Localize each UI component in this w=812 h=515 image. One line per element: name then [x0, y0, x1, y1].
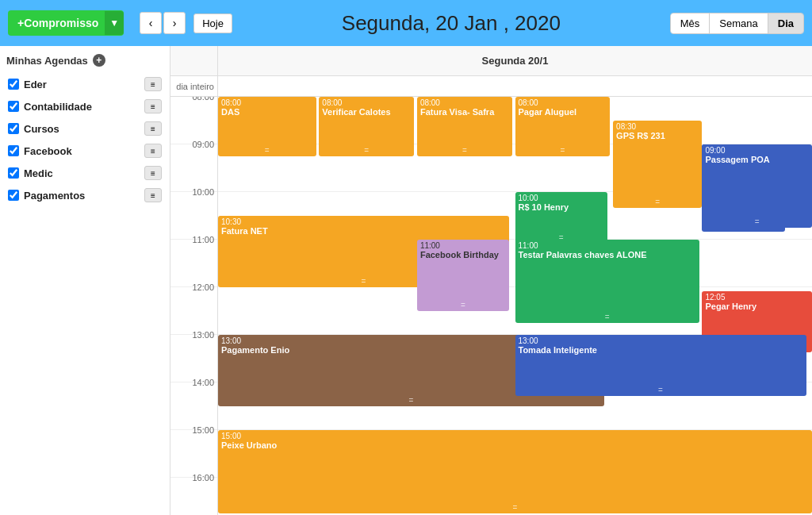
dropdown-arrow-icon[interactable]: ▼: [105, 11, 124, 35]
agenda-item-eder: Eder ≡: [6, 73, 163, 95]
calendar-scroll-inner: 08:0009:0010:0011:0012:0013:0014:0015:00…: [170, 97, 812, 515]
prev-button[interactable]: ‹: [140, 12, 162, 34]
today-button[interactable]: Hoje: [193, 13, 232, 33]
agenda-label-medic: Medic: [24, 167, 53, 179]
time-label-14-00: 14:00: [192, 378, 214, 387]
time-tick-09-00: 09:00: [170, 144, 217, 192]
agenda-checkbox-pagamentos[interactable]: [8, 190, 19, 201]
events-column: 08:00DAS=08:00Verificar Calotes=08:00Fat…: [218, 97, 812, 515]
event-expand-fb-birthday: =: [461, 301, 465, 309]
event-expand-das: =: [265, 146, 270, 155]
event-peixe[interactable]: 15:00Peixe Urbano=: [218, 430, 812, 513]
next-button[interactable]: ›: [163, 12, 186, 34]
time-tick-08-00: 08:00: [170, 97, 217, 144]
calendar-header: Segunda 20/1: [170, 46, 812, 76]
agenda-menu-icon-contabilidade[interactable]: ≡: [144, 99, 162, 113]
event-title-gps: GPS R$ 231: [616, 131, 665, 140]
event-time-fatura-visa: 08:00: [420, 98, 509, 107]
event-fb-birthday[interactable]: 11:00Facebook Birthday=: [417, 240, 509, 311]
agenda-item-left: Pagamentos: [8, 190, 85, 202]
event-time-r10henry: 10:00: [519, 194, 604, 202]
agenda-menu-icon-eder[interactable]: ≡: [144, 77, 162, 91]
agenda-list: Eder ≡ Contabilidade ≡ Cursos ≡ Facebook…: [6, 73, 163, 206]
agenda-item-pagamentos: Pagamentos ≡: [6, 184, 163, 206]
agenda-checkbox-medic[interactable]: [8, 167, 19, 179]
view-day-button[interactable]: Dia: [768, 13, 803, 33]
event-time-peixe: 15:00: [221, 432, 809, 440]
day-header-label: Segunda 20/1: [218, 46, 812, 75]
agenda-item-left: Medic: [8, 167, 53, 179]
add-button-label: +Compromisso: [17, 17, 98, 29]
agenda-item-contabilidade: Contabilidade ≡: [6, 95, 163, 117]
event-pagar-aluguel[interactable]: 08:00Pagar Aluguel=: [515, 97, 611, 156]
agenda-menu-icon-cursos[interactable]: ≡: [144, 121, 162, 136]
agenda-checkbox-eder[interactable]: [8, 79, 19, 90]
event-verificar[interactable]: 08:00Verificar Calotes=: [319, 97, 414, 156]
event-time-fatura-net: 10:30: [221, 217, 506, 226]
time-label-13-00: 13:00: [192, 330, 214, 340]
main-area: Minhas Agendas + Eder ≡ Contabilidade ≡ …: [0, 46, 812, 515]
event-passagem[interactable]: 09:00Passagem POA=: [702, 144, 812, 228]
event-expand-verificar: =: [364, 146, 369, 155]
event-fatura-visa[interactable]: 08:00Fatura Visa- Safra=: [417, 97, 512, 156]
agenda-menu-icon-facebook[interactable]: ≡: [144, 144, 162, 158]
event-expand-pagar-aluguel: =: [560, 146, 565, 155]
allday-content: [218, 76, 812, 96]
agenda-item-left: Facebook: [8, 145, 72, 157]
view-week-button[interactable]: Semana: [709, 13, 767, 33]
time-tick-11-00: 11:00: [170, 240, 217, 287]
event-expand-tomada: =: [658, 386, 663, 394]
event-testar[interactable]: 11:00Testar Palavras chaves ALONE=: [515, 240, 699, 323]
event-expand-fatura-visa: =: [462, 146, 467, 155]
date-title: Segunda, 20 Jan , 2020: [240, 11, 662, 36]
event-gps[interactable]: 08:30GPS R$ 231=: [613, 121, 702, 208]
sidebar: Minhas Agendas + Eder ≡ Contabilidade ≡ …: [0, 46, 170, 515]
time-label-10-00: 10:00: [192, 187, 214, 197]
event-r10henry[interactable]: 10:00R$ 10 Henry=: [515, 192, 607, 244]
agenda-checkbox-cursos[interactable]: [8, 123, 19, 134]
event-time-gps: 08:30: [616, 122, 699, 131]
agenda-label-eder: Eder: [24, 79, 47, 90]
time-tick-10-00: 10:00: [170, 192, 217, 240]
agenda-checkbox-contabilidade[interactable]: [8, 101, 19, 112]
event-expand-pagamento: =: [409, 396, 414, 405]
time-tick-13-00: 13:00: [170, 335, 217, 382]
agenda-label-pagamentos: Pagamentos: [24, 190, 85, 202]
event-tomada[interactable]: 13:00Tomada Inteligente=: [515, 335, 806, 396]
time-tick-15-00: 15:00: [170, 430, 217, 478]
time-label-12-00: 12:00: [192, 282, 214, 292]
top-bar: +Compromisso ▼ ‹ › Hoje Segunda, 20 Jan …: [0, 0, 812, 46]
event-expand-testar: =: [605, 313, 610, 321]
event-title-verificar: Verificar Calotes: [322, 107, 390, 117]
time-label-16-00: 16:00: [192, 473, 214, 482]
event-title-pegar1: Pegar Henry: [705, 302, 756, 311]
event-time-pegar1: 12:05: [705, 293, 809, 302]
allday-row: dia inteiro: [170, 76, 812, 97]
agenda-menu-icon-medic[interactable]: ≡: [144, 166, 162, 180]
event-expand-passagem: =: [755, 217, 760, 226]
agenda-checkbox-facebook[interactable]: [8, 145, 19, 156]
event-time-pagar-aluguel: 08:00: [519, 98, 607, 107]
agenda-item-left: Contabilidade: [8, 101, 92, 113]
event-title-das: DAS: [221, 107, 239, 117]
event-title-tomada: Tomada Inteligente: [519, 345, 597, 355]
time-label-08-00: 08:00: [192, 97, 214, 102]
agenda-menu-icon-pagamentos[interactable]: ≡: [144, 188, 162, 202]
event-das[interactable]: 08:00DAS=: [218, 97, 316, 156]
event-time-verificar: 08:00: [322, 98, 411, 107]
allday-label: dia inteiro: [170, 76, 218, 96]
time-label-09-00: 09:00: [192, 140, 214, 149]
sidebar-title: Minhas Agendas +: [6, 54, 163, 67]
agenda-item-left: Eder: [8, 79, 47, 90]
view-month-button[interactable]: Mês: [671, 13, 710, 33]
add-event-button[interactable]: +Compromisso ▼: [8, 10, 124, 36]
event-title-testar: Testar Palavras chaves ALONE: [519, 250, 647, 259]
add-agenda-icon[interactable]: +: [93, 54, 105, 67]
view-buttons: Mês Semana Dia: [670, 13, 804, 34]
event-title-passagem: Passagem POA: [705, 155, 769, 164]
event-title-r10henry: R$ 10 Henry: [519, 202, 569, 212]
calendar-grid[interactable]: 08:0009:0010:0011:0012:0013:0014:0015:00…: [170, 97, 812, 515]
event-time-fb-birthday: 11:00: [420, 241, 506, 250]
event-expand-gps: =: [655, 198, 660, 206]
event-time-tomada: 13:00: [519, 336, 803, 345]
